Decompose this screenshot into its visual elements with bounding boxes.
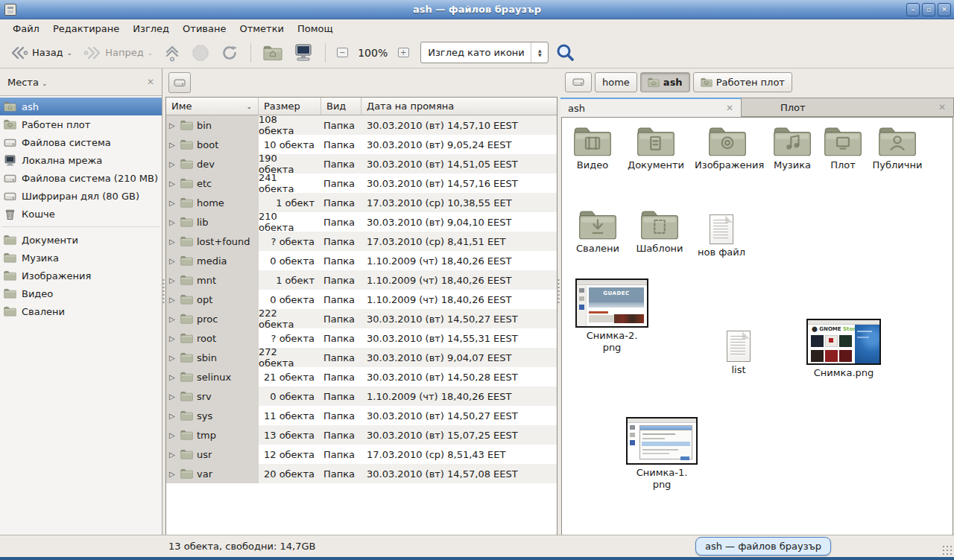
view-mode-select[interactable]: Изглед като икони ▲▼ bbox=[420, 42, 549, 63]
expander-icon[interactable]: ▷ bbox=[169, 334, 177, 343]
file-icon-0[interactable]: Видео bbox=[562, 125, 623, 171]
zoom-out-button[interactable]: − bbox=[333, 44, 351, 62]
menu-item-4[interactable]: Отметки bbox=[233, 21, 290, 36]
sidebar-item-4[interactable]: Файлова система (210 MB) bbox=[0, 169, 162, 187]
table-row-dev[interactable]: ▷ dev190 обектаПапка30.03.2010 (вт) 14,5… bbox=[166, 154, 557, 174]
expander-icon[interactable]: ▷ bbox=[169, 354, 177, 362]
table-row-usr[interactable]: ▷ usr12 обектаПапка17.03.2010 (ср) 8,51,… bbox=[166, 445, 557, 464]
places-close-button[interactable]: ✕ bbox=[147, 77, 154, 87]
forward-button[interactable]: Напред ⌄ bbox=[79, 41, 157, 65]
table-row-sbin[interactable]: ▷ sbin272 обектаПапка30.03.2010 (вт) 9,0… bbox=[166, 348, 557, 367]
expander-icon[interactable]: ▷ bbox=[169, 470, 177, 478]
sidebar-item-8[interactable]: Документи bbox=[0, 231, 162, 249]
expander-icon[interactable]: ▷ bbox=[169, 296, 177, 304]
expander-icon[interactable]: ▷ bbox=[169, 373, 177, 381]
path-button-root[interactable] bbox=[168, 72, 191, 93]
sidebar-item-9[interactable]: Музика bbox=[0, 249, 162, 267]
path-button-root[interactable] bbox=[565, 72, 592, 92]
places-title-button[interactable]: Места ⌄ bbox=[7, 77, 48, 88]
file-icon-4[interactable]: Плот bbox=[814, 125, 872, 171]
table-row-proc[interactable]: ▷ proc222 обектаПапка30.03.2010 (вт) 14,… bbox=[166, 309, 557, 328]
expander-icon[interactable]: ▷ bbox=[169, 451, 177, 459]
sidebar-item-0[interactable]: ash bbox=[0, 98, 162, 115]
expander-icon[interactable]: ▷ bbox=[169, 392, 177, 401]
up-button[interactable] bbox=[159, 41, 185, 65]
close-button[interactable]: ✕ bbox=[938, 3, 951, 16]
path-button-ash[interactable]: ash bbox=[640, 72, 690, 92]
expander-icon[interactable]: ▷ bbox=[169, 179, 177, 188]
reload-button[interactable] bbox=[216, 41, 243, 65]
sidebar-item-12[interactable]: Свалени bbox=[0, 302, 162, 320]
table-row-home[interactable]: ▷ home1 обектПапка17.03.2010 (ср) 10,38,… bbox=[166, 193, 557, 212]
expander-icon[interactable]: ▷ bbox=[169, 160, 177, 168]
back-button[interactable]: Назад ⌄ bbox=[6, 41, 77, 65]
sidebar-item-11[interactable]: Видео bbox=[0, 284, 162, 302]
file-icon-5[interactable]: Публични bbox=[866, 125, 929, 171]
file-icon-2[interactable]: Изображения bbox=[695, 125, 760, 171]
expander-icon[interactable]: ▷ bbox=[169, 315, 177, 323]
expander-icon[interactable]: ▷ bbox=[169, 199, 177, 207]
resize-grip[interactable] bbox=[942, 545, 953, 556]
path-button-home[interactable]: home bbox=[595, 72, 637, 92]
sidebar-item-5[interactable]: Шифриран дял (80 GB) bbox=[0, 187, 162, 205]
table-row-srv[interactable]: ▷ srv0 обектаПапка1.10.2009 (чт) 18,40,2… bbox=[166, 386, 557, 406]
stop-button[interactable] bbox=[187, 41, 214, 65]
file-icon-6[interactable]: Свалени bbox=[566, 209, 629, 255]
sidebar-item-2[interactable]: Файлова система bbox=[0, 133, 162, 151]
table-row-etc[interactable]: ▷ etc241 обектаПапка30.03.2010 (вт) 14,5… bbox=[166, 174, 557, 193]
path-button-Работен плот[interactable]: Работен плот bbox=[693, 72, 792, 92]
titlebar[interactable]: ash — файлов браузър –▫✕ bbox=[0, 0, 954, 19]
file-icon-7[interactable]: Шаблони bbox=[629, 209, 690, 255]
table-row-sys[interactable]: ▷ sys11 обектаПапка30.03.2010 (вт) 14,50… bbox=[166, 406, 557, 425]
table-row-mnt[interactable]: ▷ mnt1 обектПапка1.10.2009 (чт) 18,40,26… bbox=[166, 270, 557, 290]
menu-item-3[interactable]: Отиване bbox=[176, 21, 233, 36]
expander-icon[interactable]: ▷ bbox=[169, 276, 177, 284]
sidebar-item-1[interactable]: Работен плот bbox=[0, 115, 162, 133]
tab-Плот[interactable]: Плот✕ bbox=[742, 98, 954, 117]
table-row-root[interactable]: ▷ root? обектаПапка30.03.2010 (вт) 14,55… bbox=[166, 328, 557, 348]
expander-icon[interactable]: ▷ bbox=[169, 218, 177, 226]
menu-item-1[interactable]: Редактиране bbox=[46, 21, 126, 36]
table-row-media[interactable]: ▷ media0 обектаПапка1.10.2009 (чт) 18,40… bbox=[166, 251, 557, 270]
expander-icon[interactable]: ▷ bbox=[169, 257, 177, 265]
table-row-lost+found[interactable]: ▷ lost+found? обектаПапка17.03.2010 (ср)… bbox=[166, 232, 557, 251]
table-row-lib[interactable]: ▷ lib210 обектаПапка30.03.2010 (вт) 9,04… bbox=[166, 212, 557, 232]
table-row-tmp[interactable]: ▷ tmp13 обектаПапка30.03.2010 (вт) 15,07… bbox=[166, 425, 557, 445]
back-history-chevron-icon[interactable]: ⌄ bbox=[67, 49, 73, 57]
expander-icon[interactable]: ▷ bbox=[169, 412, 177, 420]
expander-icon[interactable]: ▷ bbox=[169, 121, 177, 130]
file-icon-12[interactable]: Снимка-1. png bbox=[625, 417, 699, 491]
file-icon-1[interactable]: Документи bbox=[620, 125, 692, 171]
file-icon-10[interactable]: list bbox=[708, 331, 769, 376]
minimize-button[interactable]: – bbox=[906, 3, 920, 16]
column-header-name[interactable]: Име ⌄ bbox=[166, 98, 259, 115]
expander-icon[interactable]: ▷ bbox=[169, 238, 177, 246]
menu-item-2[interactable]: Изглед bbox=[126, 21, 176, 36]
tab-close-icon[interactable]: ✕ bbox=[726, 103, 733, 113]
column-header-size[interactable]: Размер bbox=[259, 98, 321, 115]
home-button[interactable] bbox=[259, 41, 287, 65]
sidebar-splitter[interactable] bbox=[162, 69, 165, 535]
table-row-opt[interactable]: ▷ opt0 обектаПапка1.10.2009 (чт) 18,40,2… bbox=[166, 290, 557, 309]
computer-button[interactable] bbox=[289, 41, 318, 65]
sidebar-item-6[interactable]: Кошче bbox=[0, 205, 162, 223]
icon-view[interactable]: Видео Документи Изображения Музика Плот … bbox=[561, 117, 953, 535]
table-row-boot[interactable]: ▷ boot10 обектаПапка30.03.2010 (вт) 9,05… bbox=[166, 135, 557, 154]
menu-item-0[interactable]: Файл bbox=[6, 21, 46, 36]
expander-icon[interactable]: ▷ bbox=[169, 141, 177, 149]
file-icon-11[interactable]: ⬤ GNOME Store Снимка.png bbox=[805, 319, 882, 379]
tab-close-icon[interactable]: ✕ bbox=[938, 102, 946, 112]
file-icon-8[interactable]: нов файл bbox=[690, 214, 753, 258]
menu-item-5[interactable]: Помощ bbox=[291, 21, 340, 36]
table-row-var[interactable]: ▷ var20 обектаПапка30.03.2010 (вт) 14,57… bbox=[166, 464, 557, 483]
sidebar-item-3[interactable]: Локална мрежа bbox=[0, 151, 162, 169]
zoom-in-button[interactable]: + bbox=[394, 44, 412, 62]
expander-icon[interactable]: ▷ bbox=[169, 431, 177, 439]
tab-ash[interactable]: ash✕ bbox=[560, 98, 742, 117]
maximize-button[interactable]: ▫ bbox=[922, 3, 935, 16]
table-row-selinux[interactable]: ▷ selinux21 обектаПапка30.03.2010 (вт) 1… bbox=[166, 367, 557, 386]
file-icon-9[interactable]: GUADEC Снимка-2. png bbox=[574, 279, 650, 354]
column-header-type[interactable]: Вид bbox=[321, 98, 361, 115]
search-button[interactable] bbox=[551, 41, 580, 65]
sidebar-item-10[interactable]: Изображения bbox=[0, 267, 162, 284]
